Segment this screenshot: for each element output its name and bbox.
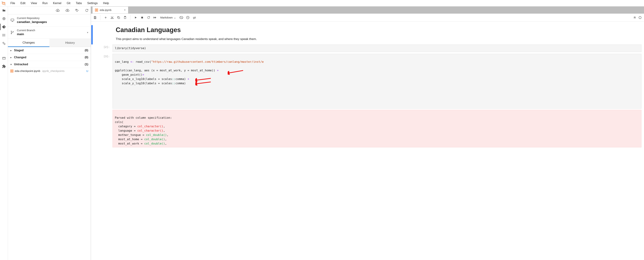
- close-icon[interactable]: ×: [124, 8, 126, 12]
- notebook-toolbar: Markdown ⌄ git R: [91, 14, 644, 21]
- code-input[interactable]: can_lang <- read_csv("https://raw.github…: [112, 54, 642, 109]
- svg-point-16: [11, 33, 12, 34]
- markdown-cell[interactable]: Canadian Languages This project aims to …: [91, 25, 644, 44]
- toc-icon[interactable]: [2, 33, 6, 38]
- kernel-status-icon[interactable]: [638, 16, 642, 19]
- branch-label: Current Branch: [17, 29, 84, 32]
- svg-point-27: [112, 18, 114, 19]
- menu-edit[interactable]: Edit: [18, 0, 28, 6]
- section-untracked-title: Untracked: [14, 63, 85, 66]
- menu-run[interactable]: Run: [40, 0, 50, 6]
- run-icon[interactable]: [134, 16, 138, 19]
- folder-icon[interactable]: [2, 8, 6, 13]
- tabs-icon[interactable]: [2, 56, 6, 61]
- svg-point-1: [5, 4, 6, 5]
- untracked-file-row[interactable]: eda-checkpoint.ipynb .ipynb_checkpoints …: [8, 68, 91, 74]
- tab-history[interactable]: History: [50, 39, 91, 47]
- svg-line-36: [196, 78, 211, 80]
- menubar: File Edit View Run Kernel Git Tabs Setti…: [0, 0, 644, 6]
- svg-rect-31: [141, 17, 143, 18]
- section-changed[interactable]: ▸ Changed (0): [8, 54, 91, 61]
- add-cell-icon[interactable]: [104, 16, 108, 19]
- chevron-down-icon: ▾: [87, 31, 88, 34]
- current-repository[interactable]: Current Repository canadian_languages: [8, 14, 91, 26]
- menu-view[interactable]: View: [28, 0, 39, 6]
- refresh-icon[interactable]: [85, 8, 89, 12]
- svg-point-15: [11, 31, 12, 31]
- svg-rect-20: [11, 71, 12, 72]
- svg-point-10: [3, 42, 4, 43]
- git-icon[interactable]: [2, 24, 6, 29]
- settings-icon[interactable]: [2, 41, 6, 46]
- section-untracked[interactable]: ▾ Untracked (1): [8, 61, 91, 68]
- tab-changes[interactable]: Changes: [8, 39, 50, 47]
- svg-rect-25: [94, 17, 96, 18]
- svg-point-34: [639, 16, 641, 19]
- dock-tabs: eda.ipynb ×: [91, 6, 644, 14]
- svg-rect-5: [4, 34, 5, 34]
- caret-down-icon: ▾: [10, 63, 13, 66]
- svg-rect-21: [95, 9, 98, 11]
- menu-settings[interactable]: Settings: [85, 0, 100, 6]
- tab-label: eda.ipynb: [100, 8, 112, 11]
- notebook-body[interactable]: Canadian Languages This project aims to …: [91, 21, 644, 260]
- section-changed-title: Changed: [14, 56, 85, 59]
- notebook-icon: [10, 70, 13, 72]
- work-area: eda.ipynb × Markdown ⌄: [91, 6, 644, 260]
- svg-rect-6: [2, 35, 3, 35]
- branch-icon: [10, 30, 14, 34]
- desktop-icon: [10, 18, 14, 22]
- section-untracked-count: (1): [85, 63, 88, 66]
- restart-icon[interactable]: [146, 16, 150, 19]
- kernel-language[interactable]: R: [634, 16, 636, 19]
- svg-rect-14: [11, 19, 14, 21]
- celltype-value: Markdown: [160, 16, 173, 19]
- menu-kernel[interactable]: Kernel: [50, 0, 64, 6]
- git-panel-tabs: Changes History: [8, 39, 91, 47]
- activity-bar: [0, 6, 8, 260]
- paste-icon[interactable]: [123, 16, 127, 19]
- repo-name: canadian_languages: [17, 20, 88, 24]
- menu-tabs[interactable]: Tabs: [73, 0, 84, 6]
- cloud-push-icon[interactable]: [65, 8, 70, 12]
- code-cell-3[interactable]: [3]: can_lang <- read_csv("https://raw.g…: [91, 54, 644, 149]
- notebook-title: Canadian Languages: [116, 26, 642, 34]
- running-icon[interactable]: [2, 16, 6, 21]
- extension-icon[interactable]: [2, 64, 6, 69]
- celltype-select[interactable]: Markdown ⌄: [160, 16, 177, 19]
- svg-line-35: [229, 70, 243, 73]
- notebook-intro: This project aims to understand what lan…: [116, 37, 642, 41]
- oval-commit-icon[interactable]: [179, 16, 183, 19]
- cut-icon[interactable]: [110, 16, 114, 19]
- tag-icon[interactable]: [75, 8, 79, 12]
- code-input[interactable]: library(tidyverse): [112, 44, 642, 52]
- history-icon[interactable]: [186, 16, 190, 19]
- menu-help[interactable]: Help: [100, 0, 112, 6]
- save-icon[interactable]: [93, 16, 97, 19]
- svg-rect-4: [2, 34, 3, 34]
- menu-git[interactable]: Git: [64, 0, 73, 6]
- file-name: eda-checkpoint.ipynb: [15, 69, 40, 72]
- section-changed-count: (0): [85, 56, 88, 59]
- svg-rect-7: [4, 35, 5, 35]
- svg-rect-23: [96, 10, 97, 11]
- notebook-tab[interactable]: eda.ipynb ×: [92, 6, 128, 13]
- annotation-arrow: [195, 73, 223, 95]
- cell-selected-indicator: [91, 25, 93, 44]
- current-branch[interactable]: Current Branch main ▾: [8, 26, 91, 39]
- menu-file[interactable]: File: [8, 0, 18, 6]
- run-all-icon[interactable]: [153, 16, 157, 19]
- section-staged-count: (0): [85, 49, 88, 52]
- copy-icon[interactable]: [116, 16, 120, 19]
- cell-output: Parsed with column specification: cols( …: [112, 110, 642, 147]
- code-cell-2[interactable]: [2]: library(tidyverse): [91, 44, 644, 54]
- repo-label: Current Repository: [17, 16, 88, 19]
- section-staged[interactable]: ▸ Staged (0): [8, 47, 91, 54]
- file-status: U: [86, 69, 88, 72]
- cloud-pull-icon[interactable]: [56, 8, 60, 12]
- git-panel-toolbar: [8, 6, 91, 14]
- svg-point-0: [2, 1, 2, 2]
- git-toolbar-label[interactable]: git: [193, 16, 196, 19]
- svg-rect-12: [2, 57, 5, 59]
- stop-icon[interactable]: [140, 16, 144, 19]
